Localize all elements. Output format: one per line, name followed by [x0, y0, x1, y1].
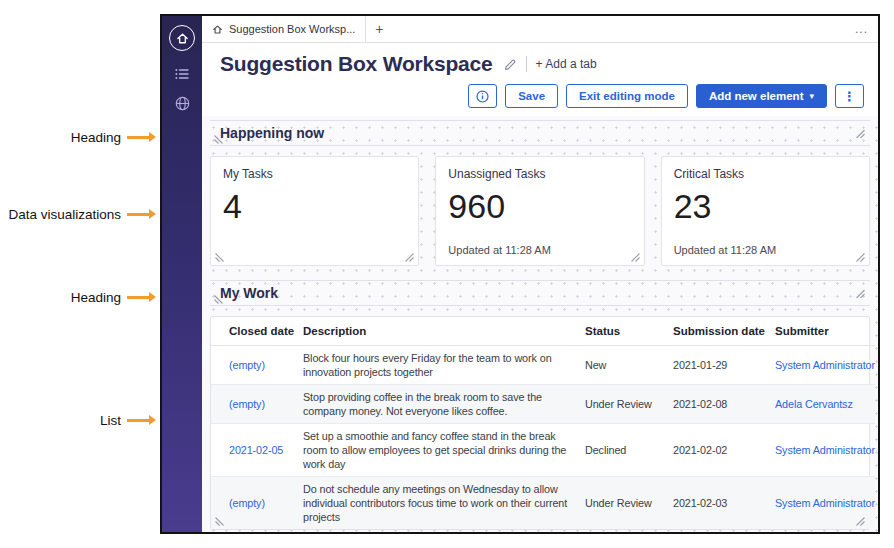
tab-bar: Suggestion Box Worksp... + ... — [202, 16, 878, 43]
heading-element-my-work[interactable]: My Work — [210, 280, 870, 306]
resize-handle-icon[interactable] — [854, 128, 865, 139]
table-header-row: Closed date Description Status Submissio… — [211, 317, 875, 346]
section-heading: Happening now — [220, 125, 324, 141]
resize-handle-icon[interactable] — [854, 251, 865, 262]
table-row[interactable]: (empty) Block four hours every Friday fo… — [211, 346, 875, 385]
resize-handle-icon[interactable] — [214, 293, 225, 304]
column-header-description[interactable]: Description — [295, 317, 577, 346]
annotated-figure: Heading Data visualizations Heading List — [0, 0, 894, 548]
page-title: Suggestion Box Workspace — [220, 52, 493, 76]
section-heading: My Work — [220, 285, 278, 301]
submitter-link[interactable]: System Administrator — [767, 424, 875, 477]
arrow-right-icon — [127, 136, 149, 139]
divider — [526, 56, 527, 72]
resize-handle-icon[interactable] — [854, 515, 865, 526]
column-header-submission-date[interactable]: Submission date — [665, 317, 767, 346]
submitter-link[interactable]: Adela Cervantsz — [767, 385, 875, 424]
card-value: 960 — [448, 189, 631, 225]
submission-date-cell: 2021-02-02 — [665, 424, 767, 477]
card-value: 4 — [223, 189, 406, 225]
card-updated: Updated at 11:28 AM — [674, 244, 777, 256]
column-header-closed-date[interactable]: Closed date — [211, 317, 295, 346]
closed-date-link[interactable]: 2021-02-05 — [211, 424, 295, 477]
annotation-label: Data visualizations — [0, 207, 127, 222]
annotation-label: Heading — [0, 130, 127, 145]
card-row: My Tasks 4 Unassigned Tasks 960 Up — [210, 156, 870, 266]
status-cell: New — [577, 346, 665, 385]
annotation-label: List — [0, 413, 127, 428]
annotation-heading-1: Heading — [0, 127, 158, 147]
card-title: My Tasks — [223, 167, 406, 181]
card-updated: Updated at 11:28 AM — [448, 244, 551, 256]
submission-date-cell: 2021-01-29 — [665, 346, 767, 385]
description-cell: Block four hours every Friday for the te… — [295, 346, 577, 385]
tabbar-spacer — [392, 16, 845, 42]
annotation-list: List — [0, 410, 158, 430]
description-cell: Set up a smoothie and fancy coffee stand… — [295, 424, 577, 477]
heading-element-happening-now[interactable]: Happening now — [210, 120, 870, 146]
more-options-button[interactable]: ⋮ — [835, 84, 864, 108]
submission-date-cell: 2021-02-08 — [665, 385, 767, 424]
status-cell: Under Review — [577, 385, 665, 424]
arrow-right-icon — [127, 296, 149, 299]
add-new-element-button[interactable]: Add new element ▾ — [696, 84, 827, 108]
add-tab-button[interactable]: + Add a tab — [536, 57, 597, 71]
tab-label: Suggestion Box Worksp... — [229, 23, 355, 35]
annotation-heading-2: Heading — [0, 287, 158, 307]
add-new-element-label: Add new element — [709, 90, 804, 102]
submission-date-cell: 2021-02-03 — [665, 477, 767, 530]
list-element: Closed date Description Status Submissio… — [210, 316, 870, 530]
home-icon — [212, 24, 223, 35]
card-title: Critical Tasks — [674, 167, 857, 181]
table-row[interactable]: (empty) Stop providing coffee in the bre… — [211, 385, 875, 424]
resize-handle-icon[interactable] — [403, 251, 414, 262]
card-unassigned-tasks[interactable]: Unassigned Tasks 960 Updated at 11:28 AM — [435, 156, 644, 266]
annotation-label: Heading — [0, 290, 127, 305]
arrow-right-icon — [127, 419, 149, 422]
arrow-right-icon — [127, 213, 149, 216]
card-value: 23 — [674, 189, 857, 225]
column-header-submitter[interactable]: Submitter — [767, 317, 875, 346]
caret-down-icon: ▾ — [809, 92, 814, 101]
closed-date-link[interactable]: (empty) — [211, 346, 295, 385]
tab-suggestion-box-workspace[interactable]: Suggestion Box Worksp... — [202, 16, 366, 42]
resize-handle-icon[interactable] — [854, 288, 865, 299]
submitter-link[interactable]: System Administrator — [767, 346, 875, 385]
workspace-canvas: Happening now My Tasks 4 — [202, 116, 878, 532]
globe-icon[interactable] — [174, 95, 191, 112]
status-cell: Declined — [577, 424, 665, 477]
card-title: Unassigned Tasks — [448, 167, 631, 181]
card-my-tasks[interactable]: My Tasks 4 — [210, 156, 419, 266]
exit-editing-mode-button[interactable]: Exit editing mode — [566, 84, 688, 108]
work-list-table: Closed date Description Status Submissio… — [211, 317, 875, 529]
resize-handle-icon[interactable] — [214, 133, 225, 144]
resize-handle-icon[interactable] — [215, 515, 226, 526]
table-row[interactable]: 2021-02-05 Set up a smoothie and fancy c… — [211, 424, 875, 477]
resize-handle-icon[interactable] — [215, 251, 226, 262]
list-icon[interactable] — [174, 66, 190, 82]
resize-handle-icon[interactable] — [629, 251, 640, 262]
annotation-data-visualizations: Data visualizations — [0, 204, 158, 224]
description-cell: Do not schedule any meetings on Wednesda… — [295, 477, 577, 530]
info-button[interactable] — [468, 84, 497, 108]
edit-icon[interactable] — [504, 58, 517, 71]
app-sidebar — [162, 16, 202, 532]
editor-toolbar: Save Exit editing mode Add new element ▾… — [220, 84, 864, 108]
status-cell: Under Review — [577, 477, 665, 530]
app-window: Suggestion Box Worksp... + ... Suggestio… — [160, 14, 880, 534]
card-critical-tasks[interactable]: Critical Tasks 23 Updated at 11:28 AM — [661, 156, 870, 266]
closed-date-link[interactable]: (empty) — [211, 385, 295, 424]
table-row[interactable]: (empty) Do not schedule any meetings on … — [211, 477, 875, 530]
page-header: Suggestion Box Workspace + Add a tab Sav… — [202, 43, 878, 116]
info-icon — [476, 90, 489, 103]
save-button[interactable]: Save — [505, 84, 558, 108]
home-icon[interactable] — [169, 25, 195, 51]
description-cell: Stop providing coffee in the break room … — [295, 385, 577, 424]
kebab-menu-icon: ⋮ — [843, 90, 856, 103]
column-header-status[interactable]: Status — [577, 317, 665, 346]
new-tab-button[interactable]: + — [366, 16, 392, 42]
tab-overflow-button[interactable]: ... — [845, 16, 878, 42]
